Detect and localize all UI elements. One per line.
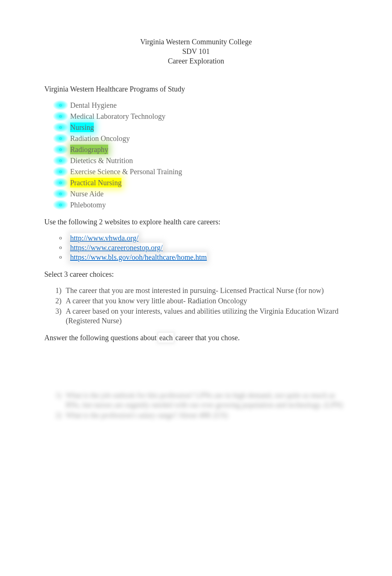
bullet-icon: o bbox=[55, 168, 66, 175]
program-label-highlighted: Nursing bbox=[70, 123, 94, 132]
bullet-icon: o bbox=[55, 146, 66, 153]
blurred-text: What is the job outlook for this profess… bbox=[66, 390, 348, 410]
program-item: o Radiation Oncology bbox=[55, 134, 348, 143]
career-choice-item: 3) A career based on your interests, val… bbox=[55, 306, 348, 325]
answer-instruction: Answer the following questions about eac… bbox=[44, 333, 348, 342]
link-item: o http://www.vhwda.org/ bbox=[55, 233, 348, 243]
career-choices-list: 1) The career that you are most interest… bbox=[55, 286, 348, 325]
career-choice-text: A career that you know very little about… bbox=[66, 296, 348, 306]
program-label-highlighted: Radiography bbox=[70, 145, 108, 154]
links-list: o http://www.vhwda.org/ o https://www.ca… bbox=[55, 233, 348, 262]
instruction-each: each bbox=[158, 333, 173, 342]
career-choice-item: 1) The career that you are most interest… bbox=[55, 286, 348, 295]
external-link[interactable]: http://www.vhwda.org/ bbox=[70, 233, 138, 243]
bullet-icon: o bbox=[55, 190, 66, 197]
bullet-icon: o bbox=[55, 113, 66, 120]
programs-section-title: Virginia Western Healthcare Programs of … bbox=[44, 84, 348, 94]
program-label: Exercise Science & Personal Training bbox=[70, 167, 182, 176]
instruction-prefix: Answer the following questions about bbox=[44, 334, 158, 342]
blurred-text: What is the profession's salary range? A… bbox=[66, 410, 348, 420]
list-number: 2) bbox=[55, 410, 66, 420]
bullet-icon: o bbox=[55, 179, 66, 186]
blurred-item: 2) What is the profession's salary range… bbox=[55, 410, 348, 420]
bullet-icon: o bbox=[55, 235, 66, 241]
bullet-icon: o bbox=[55, 157, 66, 164]
career-choices-title: Select 3 career choices: bbox=[44, 269, 348, 279]
program-label: Nurse Aide bbox=[70, 189, 104, 199]
bullet-icon: o bbox=[55, 102, 66, 108]
program-item: o Phlebotomy bbox=[55, 200, 348, 210]
list-number: 2) bbox=[55, 296, 66, 306]
link-item: o https://www.bls.gov/ooh/healthcare/hom… bbox=[55, 252, 348, 262]
program-item: o Nurse Aide bbox=[55, 189, 348, 199]
external-link[interactable]: https://www.careeronestop.org/ bbox=[70, 243, 163, 252]
instruction-suffix: career that you chose. bbox=[173, 334, 240, 342]
program-label: Dietetics & Nutrition bbox=[70, 156, 133, 165]
program-item: o Practical Nursing bbox=[55, 178, 348, 187]
career-choice-text: A career based on your interests, values… bbox=[66, 306, 348, 325]
bullet-icon: o bbox=[55, 244, 66, 251]
program-item: o Radiography bbox=[55, 145, 348, 154]
list-number: 1) bbox=[55, 286, 66, 295]
list-number: 1) bbox=[55, 390, 66, 410]
header-course: SDV 101 bbox=[44, 46, 348, 56]
program-item: o Dietetics & Nutrition bbox=[55, 156, 348, 165]
link-item: o https://www.careeronestop.org/ bbox=[55, 243, 348, 252]
program-label: Phlebotomy bbox=[70, 200, 106, 210]
bullet-icon: o bbox=[55, 135, 66, 142]
blurred-list: 1) What is the job outlook for this prof… bbox=[55, 390, 348, 420]
header-college: Virginia Western Community College bbox=[44, 37, 348, 46]
program-item: o Medical Laboratory Technology bbox=[55, 111, 348, 121]
program-label: Medical Laboratory Technology bbox=[70, 111, 165, 121]
blurred-preview: 1) What is the job outlook for this prof… bbox=[44, 390, 348, 420]
program-item: o Dental Hygiene bbox=[55, 100, 348, 110]
program-label: Dental Hygiene bbox=[70, 100, 117, 110]
program-item: o Nursing bbox=[55, 123, 348, 132]
program-item: o Exercise Science & Personal Training bbox=[55, 167, 348, 176]
program-label: Radiation Oncology bbox=[70, 134, 130, 143]
program-label-highlighted: Practical Nursing bbox=[70, 178, 121, 187]
bullet-icon: o bbox=[55, 124, 66, 131]
list-number: 3) bbox=[55, 306, 66, 325]
document-header: Virginia Western Community College SDV 1… bbox=[44, 37, 348, 66]
bullet-icon: o bbox=[55, 201, 66, 208]
header-title: Career Exploration bbox=[44, 56, 348, 66]
programs-list: o Dental Hygiene o Medical Laboratory Te… bbox=[55, 100, 348, 210]
career-choice-text: The career that you are most interested … bbox=[66, 286, 348, 295]
external-link[interactable]: https://www.bls.gov/ooh/healthcare/home.… bbox=[70, 252, 207, 262]
career-choice-item: 2) A career that you know very little ab… bbox=[55, 296, 348, 306]
bullet-icon: o bbox=[55, 254, 66, 261]
blurred-item: 1) What is the job outlook for this prof… bbox=[55, 390, 348, 410]
websites-section-title: Use the following 2 websites to explore … bbox=[44, 217, 348, 227]
